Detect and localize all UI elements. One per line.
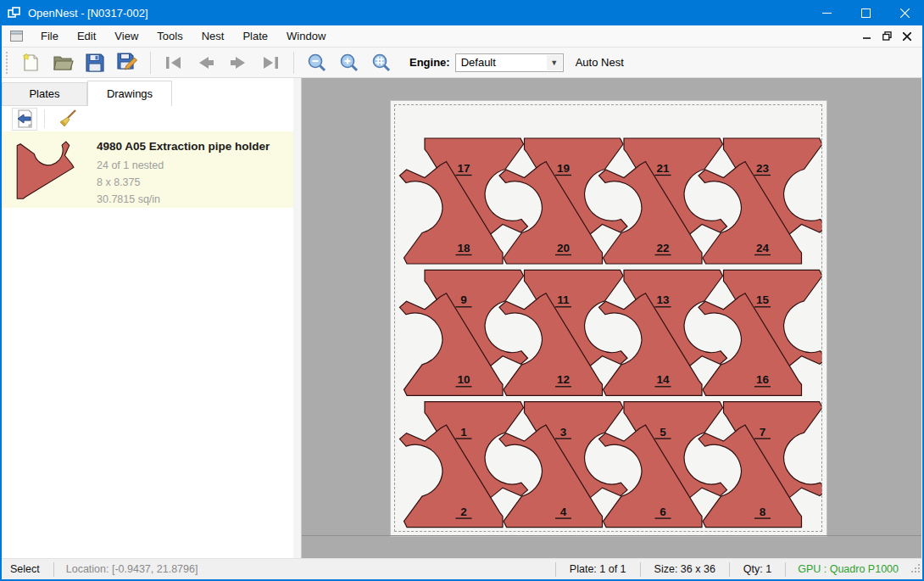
- first-plate-button[interactable]: [159, 50, 188, 75]
- part-number: 7: [760, 426, 766, 439]
- clean-drawings-button[interactable]: [55, 108, 81, 131]
- canvas-divider: [302, 535, 921, 536]
- return-drawing-icon: [15, 109, 34, 128]
- broom-icon: [58, 109, 78, 129]
- chevron-down-icon: ▼: [547, 55, 562, 70]
- menu-item-file[interactable]: File: [31, 26, 68, 46]
- auto-nest-button[interactable]: Auto Nest: [576, 56, 624, 69]
- status-gpu: GPU : Quadro P1000: [786, 563, 910, 575]
- menu-items: FileEditViewToolsNestPlateWindow: [31, 26, 335, 46]
- part-number: 20: [557, 242, 570, 254]
- mdi-restore-button[interactable]: [877, 28, 897, 45]
- part-number: 17: [457, 162, 470, 175]
- next-plate-button[interactable]: [224, 50, 253, 75]
- drawing-dimensions: 8 x 8.375: [97, 174, 270, 191]
- menu-item-view[interactable]: View: [105, 26, 148, 46]
- part-number: 24: [756, 242, 770, 254]
- status-qty: Qty: 1: [730, 563, 785, 575]
- document-icon[interactable]: [10, 31, 23, 42]
- engine-label: Engine:: [409, 56, 450, 69]
- first-plate-icon: [164, 55, 184, 70]
- return-drawing-button[interactable]: [12, 108, 37, 131]
- toolbar-separator: [44, 109, 45, 128]
- part-number: 19: [557, 162, 570, 175]
- mdi-minimize-button[interactable]: [856, 28, 877, 45]
- title-bar: OpenNest - [N0317-002]: [0, 0, 924, 25]
- part-number: 4: [560, 506, 567, 518]
- status-location: Location: [-0.9437, 21.8796]: [54, 563, 210, 575]
- last-plate-icon: [260, 55, 281, 70]
- tab-drawings[interactable]: Drawings: [87, 81, 172, 106]
- tab-plates[interactable]: Plates: [2, 82, 87, 106]
- save-as-button[interactable]: [113, 50, 142, 75]
- drawings-toolbar: [2, 106, 301, 131]
- window-border: [0, 25, 2, 579]
- open-file-icon: [53, 53, 74, 72]
- part-number: 1: [460, 426, 467, 439]
- part-number: 2: [460, 506, 467, 518]
- part-number: 15: [756, 293, 770, 306]
- drawing-thumbnail: [14, 140, 78, 208]
- engine-select[interactable]: Default ▼: [455, 53, 564, 72]
- zoom-fit-button[interactable]: [367, 50, 396, 75]
- maximize-button[interactable]: [846, 0, 885, 25]
- zoom-out-button[interactable]: [303, 50, 331, 75]
- menu-item-nest[interactable]: Nest: [192, 26, 234, 46]
- nested-parts-view[interactable]: 171819202122232491011121314151612345678: [394, 104, 822, 532]
- zoom-in-button[interactable]: [335, 50, 364, 75]
- part-number: 16: [756, 373, 770, 386]
- minimize-button[interactable]: [807, 0, 846, 25]
- menu-item-plate[interactable]: Plate: [233, 26, 277, 46]
- new-file-icon: [20, 53, 41, 73]
- sidebar-tabs: Plates Drawings: [2, 81, 172, 106]
- zoom-in-icon: [339, 53, 359, 73]
- status-size: Size: 36 x 36: [641, 563, 729, 575]
- toolbar-separator: [150, 52, 151, 74]
- save-as-icon: [117, 53, 137, 72]
- window-title: OpenNest - [N0317-002]: [28, 7, 148, 20]
- drawing-nested-count: 24 of 1 nested: [97, 157, 270, 174]
- resize-grip-icon[interactable]: [910, 563, 921, 576]
- status-plate: Plate: 1 of 1: [556, 563, 640, 575]
- previous-plate-icon: [196, 55, 216, 70]
- zoom-out-icon: [307, 53, 327, 73]
- part-number: 12: [557, 373, 570, 386]
- part-number: 8: [760, 506, 766, 518]
- save-icon: [86, 53, 104, 72]
- previous-plate-button[interactable]: [192, 50, 220, 75]
- menu-item-tools[interactable]: Tools: [148, 26, 192, 46]
- drawing-list-item[interactable]: 4980 A05 Extraction pipe holder 24 of 1 …: [2, 131, 294, 208]
- last-plate-button[interactable]: [256, 50, 285, 75]
- new-file-button[interactable]: [16, 50, 45, 75]
- mdi-close-button[interactable]: [897, 28, 917, 45]
- sidebar: Plates Drawings: [2, 78, 301, 558]
- next-plate-icon: [228, 55, 248, 70]
- main-toolbar: Engine: Default ▼ Auto Nest: [2, 47, 922, 78]
- part-number: 6: [660, 506, 666, 518]
- part-number: 22: [656, 242, 669, 254]
- open-file-button[interactable]: [48, 50, 77, 75]
- part-number: 10: [457, 373, 470, 386]
- part-number: 23: [756, 162, 770, 175]
- toolbar-separator: [293, 52, 294, 74]
- menu-item-window[interactable]: Window: [277, 26, 335, 46]
- status-mode: Select: [2, 563, 53, 575]
- part-number: 11: [557, 293, 570, 306]
- app-logo-icon: [8, 6, 21, 20]
- part-number: 18: [457, 242, 470, 254]
- sidebar-scrollbar[interactable]: [293, 78, 301, 558]
- part-number: 21: [656, 162, 670, 175]
- plate-sheet: 171819202122232491011121314151612345678: [391, 101, 827, 536]
- close-button[interactable]: [885, 0, 924, 25]
- menu-item-edit[interactable]: Edit: [68, 26, 105, 46]
- part-number: 13: [656, 293, 670, 306]
- part-number: 3: [560, 426, 567, 439]
- toolbar-grip[interactable]: [6, 52, 9, 74]
- status-bar: Select Location: [-0.9437, 21.8796] Plat…: [2, 558, 922, 579]
- save-button[interactable]: [81, 50, 109, 75]
- opennest-window: OpenNest - [N0317-002] FileEditViewTools…: [0, 0, 924, 581]
- zoom-fit-icon: [371, 53, 392, 73]
- nesting-canvas[interactable]: 171819202122232491011121314151612345678: [302, 78, 921, 558]
- part-number: 14: [656, 373, 670, 386]
- drawing-title: 4980 A05 Extraction pipe holder: [97, 140, 270, 153]
